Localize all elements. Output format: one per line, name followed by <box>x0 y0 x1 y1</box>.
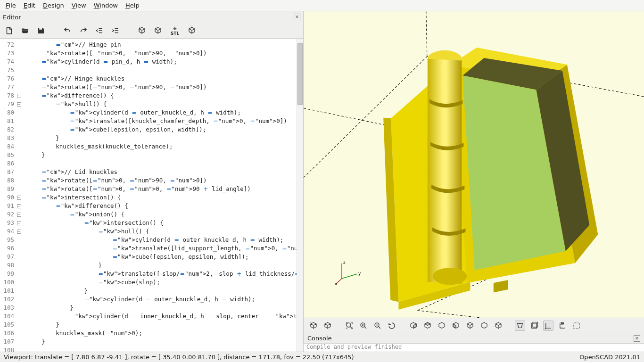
axis-gizmo-icon: z y x <box>335 260 363 286</box>
menu-window[interactable]: Window <box>91 1 121 10</box>
zoom-out-icon[interactable] <box>372 321 383 331</box>
editor-title: Editor <box>3 14 21 21</box>
view-left-icon[interactable] <box>451 321 461 331</box>
console-output[interactable]: Compile and preview finished <box>304 343 644 352</box>
status-version: OpenSCAD 2021.01 <box>579 354 640 361</box>
send-to-print-icon[interactable] <box>187 25 197 36</box>
undo-icon[interactable] <box>62 25 73 36</box>
view-front-icon[interactable] <box>465 321 475 331</box>
svg-text:x: x <box>335 281 338 286</box>
menu-design[interactable]: Design <box>40 1 67 10</box>
viewport-panel: z y x 10 <box>304 11 644 352</box>
svg-rect-16 <box>428 59 462 284</box>
line-gutter: 72 73 74 75 76 77 78 79 80 81 82 83 84 8… <box>0 39 16 352</box>
unindent-icon[interactable] <box>94 25 105 36</box>
menu-bar: File Edit Design View Window Help <box>0 0 644 11</box>
menu-edit[interactable]: Edit <box>21 1 38 10</box>
show-scale-icon[interactable]: 10 <box>557 321 568 331</box>
zoom-in-icon[interactable] <box>358 321 369 331</box>
zoom-all-icon[interactable] <box>344 321 355 331</box>
console-title: Console <box>307 335 332 342</box>
view-top-icon[interactable] <box>422 321 433 331</box>
view-bottom-icon[interactable] <box>437 321 447 331</box>
svg-marker-18 <box>494 280 508 292</box>
svg-line-4 <box>418 311 479 318</box>
svg-text:y: y <box>358 271 361 276</box>
close-icon[interactable]: × <box>634 335 640 342</box>
export-stl-icon[interactable]: STL <box>169 25 181 36</box>
view-back-icon[interactable] <box>479 321 489 331</box>
render-icon[interactable] <box>322 321 333 331</box>
editor-toolbar: STL <box>0 23 303 39</box>
show-edges-icon[interactable] <box>571 321 582 331</box>
redo-icon[interactable] <box>78 25 89 36</box>
view-right-icon[interactable] <box>408 321 419 331</box>
svg-line-20 <box>342 274 357 279</box>
svg-text:10: 10 <box>561 322 564 325</box>
svg-rect-31 <box>574 323 579 329</box>
preview-icon[interactable] <box>137 25 147 36</box>
menu-file[interactable]: File <box>3 1 19 10</box>
svg-rect-29 <box>533 322 538 327</box>
3d-viewport[interactable]: z y x <box>304 11 644 318</box>
open-icon[interactable] <box>20 25 30 36</box>
new-icon[interactable] <box>4 25 14 36</box>
close-icon[interactable]: × <box>294 14 300 20</box>
svg-point-25 <box>347 323 351 327</box>
view-diagonal-icon[interactable] <box>493 321 504 331</box>
perspective-icon[interactable] <box>515 321 525 331</box>
viewport-toolbar: 10 <box>304 318 644 333</box>
reset-view-icon[interactable] <box>387 321 397 331</box>
status-bar: Viewport: translate = [ 7.80 6.87 -9.41 … <box>0 352 644 362</box>
menu-help[interactable]: Help <box>123 1 142 10</box>
render-icon[interactable] <box>153 25 163 36</box>
code-editor[interactable]: ="cm">// Hinge pin ="kw">rotate([="num">… <box>22 39 297 352</box>
show-axes-icon[interactable] <box>543 321 553 331</box>
preview-icon[interactable] <box>308 321 319 331</box>
scrollbar-vertical[interactable] <box>297 39 303 352</box>
menu-view[interactable]: View <box>69 1 89 10</box>
svg-text:z: z <box>343 260 346 265</box>
orthogonal-icon[interactable] <box>529 321 539 331</box>
svg-point-17 <box>433 268 467 285</box>
fold-gutter[interactable]: −−−−−−− <box>16 39 22 352</box>
indent-icon[interactable] <box>110 25 121 36</box>
svg-rect-28 <box>532 323 537 328</box>
status-viewport: Viewport: translate = [ 7.80 6.87 -9.41 … <box>4 354 354 361</box>
editor-panel: Editor × STL 72 73 74 75 76 77 78 79 80 … <box>0 11 304 352</box>
save-icon[interactable] <box>36 25 46 36</box>
svg-line-2 <box>426 11 427 57</box>
